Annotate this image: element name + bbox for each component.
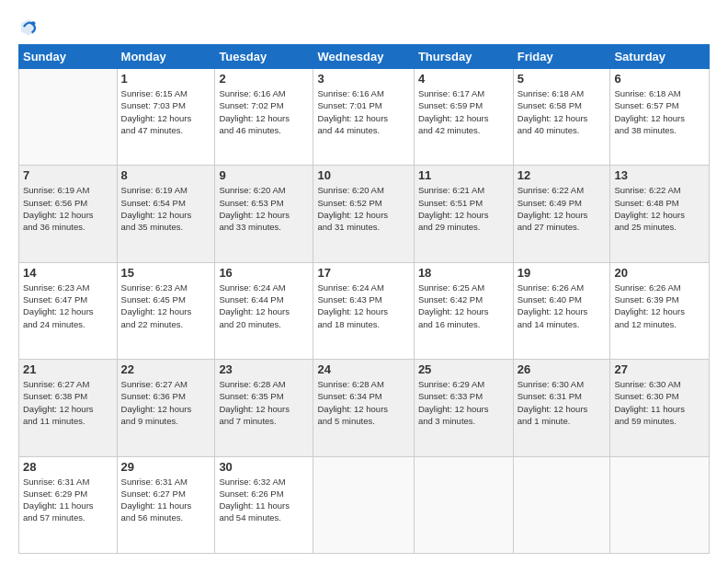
calendar-week-row: 21Sunrise: 6:27 AMSunset: 6:38 PMDayligh…	[19, 360, 710, 456]
col-sunday: Sunday	[19, 45, 118, 69]
calendar: Sunday Monday Tuesday Wednesday Thursday…	[18, 44, 710, 554]
day-info: Sunrise: 6:18 AMSunset: 6:58 PMDaylight:…	[518, 87, 607, 136]
day-info: Sunrise: 6:26 AMSunset: 6:39 PMDaylight:…	[614, 282, 705, 330]
calendar-cell: 16Sunrise: 6:24 AMSunset: 6:44 PMDayligh…	[215, 262, 313, 359]
calendar-cell: 12Sunrise: 6:22 AMSunset: 6:49 PMDayligh…	[513, 166, 610, 262]
day-info: Sunrise: 6:27 AMSunset: 6:38 PMDaylight:…	[23, 378, 113, 427]
day-number: 12	[518, 168, 607, 182]
day-info: Sunrise: 6:22 AMSunset: 6:48 PMDaylight:…	[614, 184, 705, 233]
header	[18, 17, 710, 37]
day-number: 22	[121, 362, 211, 376]
day-number: 5	[518, 72, 607, 86]
day-number: 11	[418, 168, 509, 182]
col-saturday: Saturday	[610, 45, 710, 69]
day-info: Sunrise: 6:24 AMSunset: 6:43 PMDaylight:…	[317, 282, 409, 330]
calendar-cell: 4Sunrise: 6:17 AMSunset: 6:59 PMDaylight…	[414, 69, 513, 166]
day-info: Sunrise: 6:27 AMSunset: 6:36 PMDaylight:…	[121, 378, 211, 427]
calendar-cell	[414, 456, 513, 553]
svg-point-1	[31, 21, 35, 25]
col-friday: Friday	[513, 45, 610, 69]
day-number: 13	[614, 168, 705, 182]
day-number: 19	[518, 266, 607, 280]
calendar-cell: 5Sunrise: 6:18 AMSunset: 6:58 PMDaylight…	[513, 69, 610, 166]
calendar-week-row: 1Sunrise: 6:15 AMSunset: 7:03 PMDaylight…	[19, 69, 710, 166]
calendar-cell: 1Sunrise: 6:15 AMSunset: 7:03 PMDaylight…	[117, 69, 215, 166]
calendar-cell: 14Sunrise: 6:23 AMSunset: 6:47 PMDayligh…	[19, 262, 118, 359]
calendar-cell: 17Sunrise: 6:24 AMSunset: 6:43 PMDayligh…	[313, 262, 414, 359]
day-info: Sunrise: 6:28 AMSunset: 6:35 PMDaylight:…	[219, 378, 309, 427]
col-monday: Monday	[117, 45, 215, 69]
day-info: Sunrise: 6:21 AMSunset: 6:51 PMDaylight:…	[418, 184, 509, 233]
col-wednesday: Wednesday	[313, 45, 414, 69]
day-info: Sunrise: 6:22 AMSunset: 6:49 PMDaylight:…	[518, 184, 607, 233]
day-number: 4	[418, 72, 509, 86]
calendar-header-row: Sunday Monday Tuesday Wednesday Thursday…	[19, 45, 710, 69]
day-number: 25	[418, 362, 509, 376]
day-number: 26	[518, 362, 607, 376]
day-number: 6	[614, 72, 705, 86]
day-info: Sunrise: 6:20 AMSunset: 6:52 PMDaylight:…	[317, 184, 409, 233]
day-info: Sunrise: 6:19 AMSunset: 6:56 PMDaylight:…	[23, 184, 113, 233]
calendar-cell: 10Sunrise: 6:20 AMSunset: 6:52 PMDayligh…	[313, 166, 414, 262]
day-info: Sunrise: 6:31 AMSunset: 6:27 PMDaylight:…	[121, 476, 211, 524]
day-info: Sunrise: 6:23 AMSunset: 6:45 PMDaylight:…	[121, 282, 211, 330]
calendar-cell: 6Sunrise: 6:18 AMSunset: 6:57 PMDaylight…	[610, 69, 710, 166]
calendar-cell: 8Sunrise: 6:19 AMSunset: 6:54 PMDaylight…	[117, 166, 215, 262]
day-number: 10	[317, 168, 409, 182]
calendar-cell: 24Sunrise: 6:28 AMSunset: 6:34 PMDayligh…	[313, 360, 414, 456]
calendar-cell: 23Sunrise: 6:28 AMSunset: 6:35 PMDayligh…	[215, 360, 313, 456]
day-number: 9	[219, 168, 309, 182]
day-number: 15	[121, 266, 211, 280]
day-info: Sunrise: 6:28 AMSunset: 6:34 PMDaylight:…	[317, 378, 409, 427]
day-number: 8	[121, 168, 211, 182]
calendar-cell: 15Sunrise: 6:23 AMSunset: 6:45 PMDayligh…	[117, 262, 215, 359]
day-number: 29	[121, 460, 211, 474]
calendar-cell: 21Sunrise: 6:27 AMSunset: 6:38 PMDayligh…	[19, 360, 118, 456]
day-info: Sunrise: 6:26 AMSunset: 6:40 PMDaylight:…	[518, 282, 607, 330]
calendar-cell: 2Sunrise: 6:16 AMSunset: 7:02 PMDaylight…	[215, 69, 313, 166]
day-number: 24	[317, 362, 409, 376]
day-info: Sunrise: 6:18 AMSunset: 6:57 PMDaylight:…	[614, 87, 705, 136]
day-info: Sunrise: 6:20 AMSunset: 6:53 PMDaylight:…	[219, 184, 309, 233]
day-info: Sunrise: 6:25 AMSunset: 6:42 PMDaylight:…	[418, 282, 509, 330]
day-info: Sunrise: 6:17 AMSunset: 6:59 PMDaylight:…	[418, 87, 509, 136]
calendar-cell: 13Sunrise: 6:22 AMSunset: 6:48 PMDayligh…	[610, 166, 710, 262]
day-info: Sunrise: 6:30 AMSunset: 6:30 PMDaylight:…	[614, 378, 705, 427]
calendar-cell	[610, 456, 710, 553]
calendar-cell: 20Sunrise: 6:26 AMSunset: 6:39 PMDayligh…	[610, 262, 710, 359]
calendar-cell: 9Sunrise: 6:20 AMSunset: 6:53 PMDaylight…	[215, 166, 313, 262]
calendar-week-row: 28Sunrise: 6:31 AMSunset: 6:29 PMDayligh…	[19, 456, 710, 553]
col-tuesday: Tuesday	[215, 45, 313, 69]
calendar-cell	[513, 456, 610, 553]
day-info: Sunrise: 6:30 AMSunset: 6:31 PMDaylight:…	[518, 378, 607, 427]
calendar-cell: 26Sunrise: 6:30 AMSunset: 6:31 PMDayligh…	[513, 360, 610, 456]
day-number: 16	[219, 266, 309, 280]
day-number: 7	[23, 168, 113, 182]
col-thursday: Thursday	[414, 45, 513, 69]
calendar-week-row: 14Sunrise: 6:23 AMSunset: 6:47 PMDayligh…	[19, 262, 710, 359]
day-number: 18	[418, 266, 509, 280]
calendar-cell: 19Sunrise: 6:26 AMSunset: 6:40 PMDayligh…	[513, 262, 610, 359]
calendar-cell: 27Sunrise: 6:30 AMSunset: 6:30 PMDayligh…	[610, 360, 710, 456]
calendar-cell: 30Sunrise: 6:32 AMSunset: 6:26 PMDayligh…	[215, 456, 313, 553]
day-info: Sunrise: 6:16 AMSunset: 7:02 PMDaylight:…	[219, 87, 309, 136]
day-number: 20	[614, 266, 705, 280]
calendar-cell	[19, 69, 118, 166]
calendar-week-row: 7Sunrise: 6:19 AMSunset: 6:56 PMDaylight…	[19, 166, 710, 262]
day-number: 30	[219, 460, 309, 474]
day-number: 3	[317, 72, 409, 86]
day-info: Sunrise: 6:32 AMSunset: 6:26 PMDaylight:…	[219, 476, 309, 524]
day-info: Sunrise: 6:29 AMSunset: 6:33 PMDaylight:…	[418, 378, 509, 427]
logo-icon	[18, 17, 39, 37]
day-number: 21	[23, 362, 113, 376]
calendar-cell: 7Sunrise: 6:19 AMSunset: 6:56 PMDaylight…	[19, 166, 118, 262]
day-number: 14	[23, 266, 113, 280]
day-number: 23	[219, 362, 309, 376]
day-info: Sunrise: 6:19 AMSunset: 6:54 PMDaylight:…	[121, 184, 211, 233]
day-info: Sunrise: 6:15 AMSunset: 7:03 PMDaylight:…	[121, 87, 211, 136]
logo	[18, 17, 42, 37]
calendar-cell: 18Sunrise: 6:25 AMSunset: 6:42 PMDayligh…	[414, 262, 513, 359]
day-info: Sunrise: 6:16 AMSunset: 7:01 PMDaylight:…	[317, 87, 409, 136]
calendar-cell	[313, 456, 414, 553]
day-number: 27	[614, 362, 705, 376]
